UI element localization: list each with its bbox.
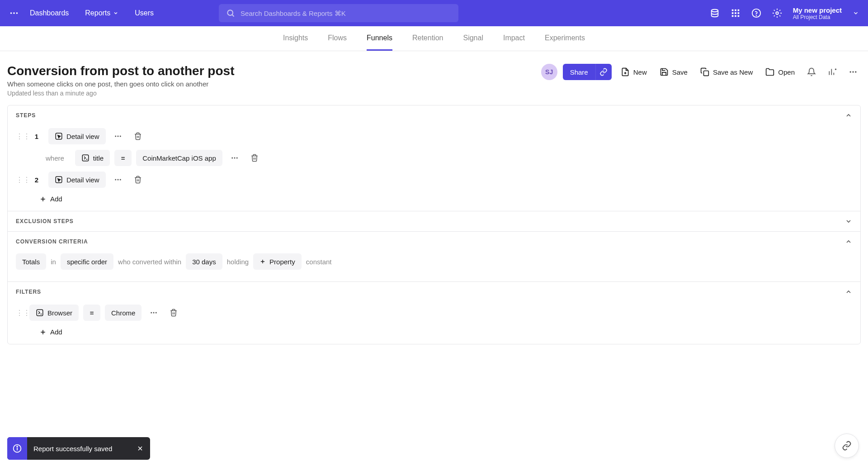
save-icon	[660, 67, 669, 76]
svg-point-39	[117, 179, 118, 181]
svg-rect-6	[731, 10, 733, 11]
svg-rect-11	[737, 12, 739, 14]
criteria-window-chip[interactable]: 30 days	[186, 253, 222, 270]
tab-funnels[interactable]: Funnels	[367, 26, 392, 51]
more-icon	[849, 67, 858, 76]
tab-flows[interactable]: Flows	[328, 26, 347, 51]
chevron-down-icon	[845, 218, 852, 225]
add-filter-button[interactable]: Add	[16, 324, 852, 338]
add-label: Add	[50, 328, 62, 336]
new-button[interactable]: New	[617, 65, 651, 79]
where-property-label: title	[93, 154, 104, 162]
open-button[interactable]: Open	[762, 65, 798, 79]
svg-line-4	[232, 15, 234, 17]
criteria-who: who converted within	[118, 258, 181, 266]
nav-reports-label: Reports	[85, 9, 110, 17]
drag-handle-icon[interactable]: ⋮⋮	[16, 176, 25, 184]
save-as-button[interactable]: Save as New	[697, 65, 756, 79]
project-selector[interactable]: My new project All Project Data	[793, 6, 842, 20]
owner-avatar[interactable]: SJ	[541, 64, 557, 80]
criteria-header[interactable]: CONVERSION CRITERIA	[8, 232, 860, 252]
chart-add-icon	[828, 67, 837, 76]
step-delete-button[interactable]	[130, 176, 146, 184]
svg-point-48	[156, 312, 157, 314]
filter-more-button[interactable]	[146, 309, 161, 317]
lexicon-icon[interactable]	[710, 8, 720, 18]
apps-icon[interactable]	[731, 8, 741, 18]
svg-rect-14	[737, 15, 739, 17]
chevron-down-icon[interactable]	[853, 10, 859, 16]
filter-property-label: Browser	[47, 309, 72, 317]
filters-header[interactable]: FILTERS	[8, 282, 860, 302]
criteria-order-chip[interactable]: specific order	[61, 253, 113, 270]
svg-rect-7	[735, 10, 736, 11]
filter-operator-chip[interactable]: =	[83, 305, 100, 321]
svg-point-31	[117, 136, 118, 137]
copy-icon	[700, 67, 709, 76]
step-event-label: Detail view	[66, 133, 99, 140]
step-number: 1	[29, 133, 44, 140]
filter-delete-button[interactable]	[166, 309, 181, 317]
save-button[interactable]: Save	[656, 65, 691, 79]
tab-signal[interactable]: Signal	[463, 26, 483, 51]
svg-rect-9	[731, 12, 733, 14]
where-value-chip[interactable]: CoinMarketCap iOS app	[136, 150, 222, 166]
report-title: Conversion from post to another post	[7, 64, 541, 78]
nav-dashboards[interactable]: Dashboards	[30, 9, 69, 17]
menu-icon[interactable]	[9, 8, 19, 18]
step-more-button[interactable]	[110, 176, 126, 184]
step-delete-button[interactable]	[130, 132, 146, 140]
drag-handle-icon[interactable]: ⋮⋮	[16, 309, 25, 317]
search-box[interactable]	[219, 4, 458, 22]
tab-impact[interactable]: Impact	[503, 26, 525, 51]
open-label: Open	[778, 68, 795, 76]
chevron-up-icon	[845, 112, 852, 119]
criteria-totals-chip[interactable]: Totals	[16, 253, 46, 270]
svg-rect-12	[731, 15, 733, 17]
step-more-button[interactable]	[110, 132, 126, 140]
filter-property-chip[interactable]: Browser	[29, 305, 79, 321]
exclusion-header[interactable]: EXCLUSION STEPS	[8, 211, 860, 231]
where-property-chip[interactable]: title	[75, 150, 110, 166]
svg-point-30	[115, 136, 116, 137]
step-event-chip[interactable]: Detail view	[48, 172, 106, 188]
save-label: Save	[672, 68, 688, 76]
filter-value-chip[interactable]: Chrome	[105, 305, 142, 321]
nav-users[interactable]: Users	[135, 9, 154, 17]
svg-point-16	[756, 15, 756, 16]
share-button[interactable]: Share	[563, 64, 595, 80]
trash-icon	[170, 309, 178, 317]
share-link-button[interactable]	[595, 64, 612, 80]
add-report-button[interactable]	[825, 64, 840, 80]
tab-experiments[interactable]: Experiments	[545, 26, 585, 51]
criteria-constant: constant	[306, 258, 332, 266]
trash-icon	[250, 154, 259, 162]
settings-icon[interactable]	[772, 8, 782, 18]
svg-point-40	[119, 179, 121, 181]
step-event-label: Detail view	[66, 176, 99, 184]
add-step-button[interactable]: Add	[16, 191, 852, 205]
more-button[interactable]	[845, 64, 861, 80]
where-delete-button[interactable]	[247, 154, 262, 162]
folder-icon	[765, 67, 774, 76]
where-operator-chip[interactable]: =	[114, 150, 132, 166]
nav-reports[interactable]: Reports	[85, 9, 118, 17]
plus-icon	[39, 195, 47, 203]
project-sub: All Project Data	[793, 14, 842, 20]
step-row: ⋮⋮ 2 Detail view	[16, 169, 852, 191]
notifications-button[interactable]	[804, 64, 819, 80]
tab-retention[interactable]: Retention	[412, 26, 443, 51]
svg-rect-13	[735, 15, 736, 17]
step-event-chip[interactable]: Detail view	[48, 128, 106, 144]
search-input[interactable]	[241, 10, 451, 17]
svg-point-35	[234, 157, 235, 159]
drag-handle-icon[interactable]: ⋮⋮	[16, 132, 25, 141]
where-more-button[interactable]	[227, 154, 242, 162]
criteria-property-chip[interactable]: Property	[253, 253, 302, 270]
tab-insights[interactable]: Insights	[283, 26, 308, 51]
chevron-down-icon	[113, 10, 118, 16]
help-icon[interactable]	[751, 8, 761, 18]
property-icon	[81, 154, 90, 162]
step-number: 2	[29, 176, 44, 184]
steps-header[interactable]: STEPS	[8, 105, 860, 125]
